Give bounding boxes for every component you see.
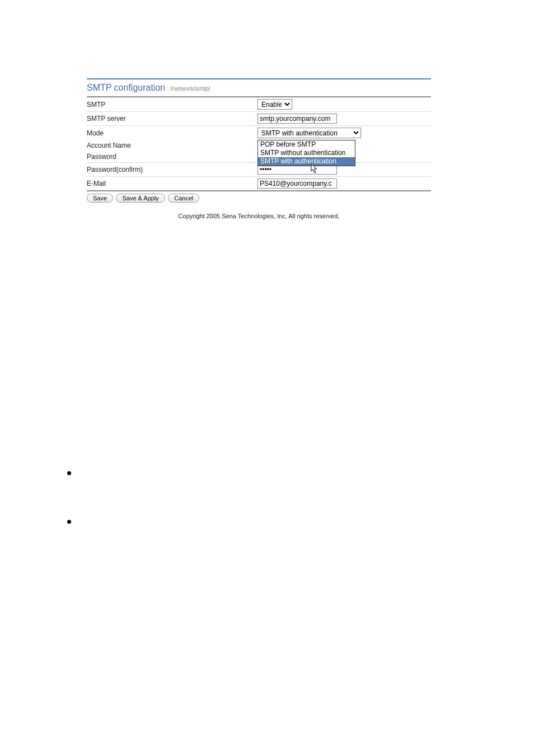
save-button[interactable]: Save bbox=[87, 194, 113, 203]
label-password: Password bbox=[87, 151, 257, 163]
row-server: SMTP server bbox=[87, 112, 431, 126]
mode-option-pop[interactable]: POP before SMTP bbox=[258, 140, 355, 149]
mode-option-noauth[interactable]: SMTP without authentication bbox=[258, 149, 355, 157]
label-server: SMTP server bbox=[87, 112, 257, 126]
input-email[interactable] bbox=[257, 179, 337, 189]
save-apply-button[interactable]: Save & Apply bbox=[116, 194, 165, 203]
label-mode: Mode bbox=[87, 126, 257, 140]
select-smtp-enable[interactable]: Enable bbox=[257, 99, 292, 110]
select-mode[interactable]: SMTP with authentication bbox=[257, 128, 361, 138]
header-divider-top bbox=[87, 78, 431, 79]
bullet-icon bbox=[67, 471, 71, 475]
config-form: SMTP Enable SMTP server Mode SMTP with a… bbox=[87, 97, 431, 190]
row-email: E-Mail bbox=[87, 177, 431, 191]
bullet-list bbox=[67, 471, 431, 524]
mode-dropdown-list[interactable]: POP before SMTP SMTP without authenticat… bbox=[257, 140, 355, 166]
copyright-text: Copyright 2005 Sena Technologies, Inc, A… bbox=[87, 213, 431, 219]
title-row: SMTP configuration : /network/smtp/ bbox=[87, 82, 431, 97]
row-mode: Mode SMTP with authentication bbox=[87, 126, 431, 140]
label-password-confirm: Password(confirm) bbox=[87, 163, 257, 177]
input-smtp-server[interactable] bbox=[257, 114, 337, 124]
page-title: SMTP configuration bbox=[87, 83, 165, 92]
cancel-button[interactable]: Cancel bbox=[168, 194, 199, 203]
main-panel: SMTP configuration : /network/smtp/ SMTP… bbox=[87, 78, 431, 524]
mode-option-auth[interactable]: SMTP with authentication bbox=[258, 157, 355, 166]
label-account: Account Name bbox=[87, 140, 257, 151]
label-smtp: SMTP bbox=[87, 97, 257, 112]
row-account: Account Name POP before SMTP SMTP withou… bbox=[87, 140, 431, 151]
button-row: Save Save & Apply Cancel bbox=[87, 191, 431, 205]
breadcrumb: : /network/smtp/ bbox=[165, 85, 210, 92]
label-email: E-Mail bbox=[87, 177, 257, 191]
bullet-icon bbox=[67, 520, 71, 524]
row-smtp: SMTP Enable bbox=[87, 97, 431, 112]
